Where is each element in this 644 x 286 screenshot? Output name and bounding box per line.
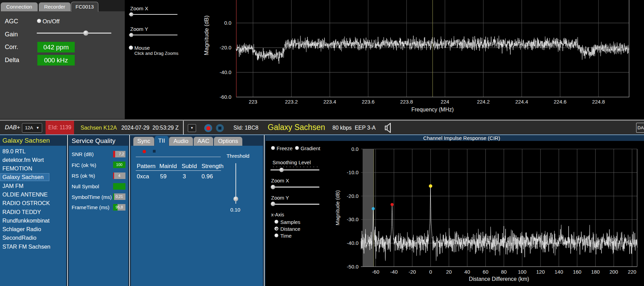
svg-text:-40.0: -40.0 <box>347 240 359 246</box>
svg-text:120: 120 <box>536 269 545 275</box>
svg-text:-20.0: -20.0 <box>220 45 231 50</box>
svg-text:200: 200 <box>609 269 618 275</box>
svg-text:223.6: 223.6 <box>362 99 375 105</box>
svg-text:224.4: 224.4 <box>515 99 528 105</box>
svg-text:160: 160 <box>573 269 581 275</box>
svg-text:Magnitude (dB): Magnitude (dB) <box>203 15 210 55</box>
svg-text:0.0: 0.0 <box>351 146 359 152</box>
svg-text:224.8: 224.8 <box>592 99 605 105</box>
svg-text:Magnitude (dB): Magnitude (dB) <box>335 190 340 226</box>
svg-text:40: 40 <box>464 269 470 275</box>
svg-text:Distance Difference (km): Distance Difference (km) <box>469 276 529 282</box>
svg-text:-60: -60 <box>372 269 379 275</box>
svg-text:-20: -20 <box>409 269 416 275</box>
svg-text:224.6: 224.6 <box>554 99 567 105</box>
svg-text:60: 60 <box>483 269 488 275</box>
svg-text:-30.0: -30.0 <box>347 216 359 222</box>
svg-text:20: 20 <box>446 269 452 275</box>
svg-text:223.2: 223.2 <box>285 99 298 105</box>
svg-text:-40.0: -40.0 <box>220 69 231 75</box>
svg-text:224.2: 224.2 <box>477 99 490 105</box>
svg-text:223.4: 223.4 <box>323 99 336 105</box>
svg-text:80: 80 <box>501 269 507 275</box>
svg-text:-50.0: -50.0 <box>347 264 359 270</box>
svg-text:Frequency (MHz): Frequency (MHz) <box>411 107 454 112</box>
svg-text:223: 223 <box>249 99 257 105</box>
svg-text:-20.0: -20.0 <box>347 193 359 199</box>
svg-text:140: 140 <box>555 269 563 275</box>
svg-text:0.0: 0.0 <box>224 20 231 26</box>
svg-text:-60.0: -60.0 <box>220 94 231 100</box>
svg-text:100: 100 <box>518 269 526 275</box>
svg-text:-10.0: -10.0 <box>347 169 359 175</box>
svg-text:223.8: 223.8 <box>400 99 413 105</box>
svg-text:-40: -40 <box>390 269 398 275</box>
svg-text:224: 224 <box>441 99 449 105</box>
svg-text:180: 180 <box>591 269 600 275</box>
svg-text:0: 0 <box>429 269 432 275</box>
svg-text:220: 220 <box>628 269 636 275</box>
